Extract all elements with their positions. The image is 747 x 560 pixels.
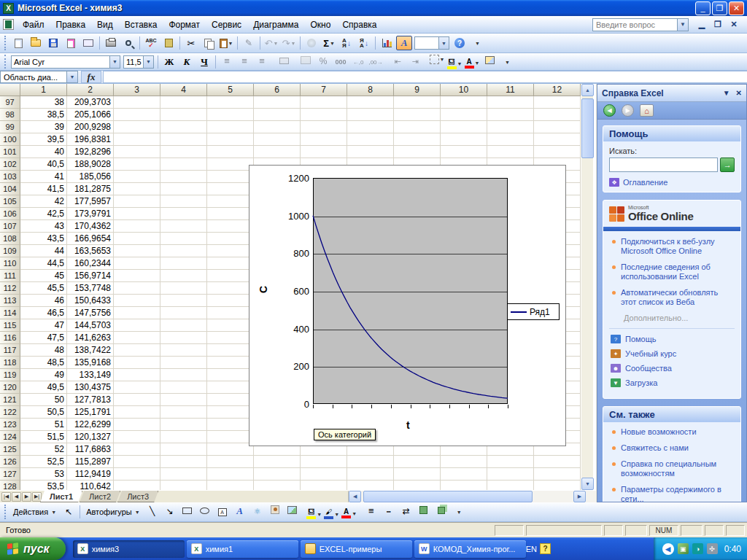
cell-r98c7[interactable] xyxy=(301,109,347,121)
cell-r98c4[interactable] xyxy=(160,109,207,121)
cell-r113c1[interactable]: 46 xyxy=(20,295,67,307)
back-button[interactable]: ◀ xyxy=(603,104,616,117)
row-header-121[interactable]: 121 xyxy=(0,394,20,406)
cell-r99c11[interactable] xyxy=(487,121,534,133)
research-icon[interactable] xyxy=(160,36,177,50)
cell-r119c1[interactable]: 49 xyxy=(20,369,67,381)
row-header-124[interactable]: 124 xyxy=(0,431,20,443)
cell-r128c12[interactable] xyxy=(534,481,581,490)
doc-restore-button[interactable]: ❐ xyxy=(712,20,724,29)
tray-icon-2[interactable]: ◑ xyxy=(692,543,703,554)
y-axis-tick-label[interactable]: 400 xyxy=(280,324,309,335)
cell-r121c5[interactable] xyxy=(207,394,254,406)
cell-r114c3[interactable] xyxy=(114,307,160,319)
cell-r106c1[interactable]: 42,5 xyxy=(20,208,67,220)
cell-r100c10[interactable] xyxy=(441,133,487,146)
font-name-combo[interactable]: Arial Cyr▼ xyxy=(11,55,120,69)
scroll-down-button[interactable]: ▼ xyxy=(581,478,594,490)
restore-button[interactable]: ❐ xyxy=(712,1,727,15)
cell-r128c3[interactable] xyxy=(114,481,160,490)
picture-icon[interactable] xyxy=(285,503,301,518)
draw-actions-button[interactable]: Действия▼ xyxy=(9,506,60,518)
cell-r99c1[interactable]: 39 xyxy=(20,121,67,133)
cell-r128c1[interactable]: 53,5 xyxy=(20,481,67,490)
line-icon[interactable]: ╲ xyxy=(144,504,160,518)
row-header-99[interactable]: 99 xyxy=(0,121,20,133)
cell-r126c11[interactable] xyxy=(487,456,534,468)
cell-r117c2[interactable]: 138,7422 xyxy=(67,344,114,357)
cell-r111c1[interactable]: 45 xyxy=(20,270,67,282)
cell-r97c12[interactable] xyxy=(534,96,581,109)
cell-r104c3[interactable] xyxy=(114,183,160,195)
row-header-115[interactable]: 115 xyxy=(0,319,20,332)
cell-r123c3[interactable] xyxy=(114,419,160,431)
cell-r102c3[interactable] xyxy=(114,158,160,171)
cell-r115c1[interactable]: 47 xyxy=(20,319,67,332)
taskbar-window-excel-примеры[interactable]: EXCEL-примеры xyxy=(301,540,412,558)
cell-r127c4[interactable] xyxy=(160,468,207,481)
save-icon[interactable] xyxy=(45,36,61,50)
cell-r106c3[interactable] xyxy=(114,208,160,220)
cell-r126c12[interactable] xyxy=(534,456,581,468)
question-box-dropdown-icon[interactable]: ▼ xyxy=(677,19,688,31)
cell-r123c2[interactable]: 122,6299 xyxy=(67,419,114,431)
cell-r113c2[interactable]: 150,6433 xyxy=(67,295,114,307)
cell-r122c2[interactable]: 125,1791 xyxy=(67,406,114,419)
oval-icon[interactable] xyxy=(197,504,213,518)
cell-r101c7[interactable] xyxy=(301,146,347,158)
cell-r102c4[interactable] xyxy=(160,158,207,171)
y-axis-tick-label[interactable]: 1200 xyxy=(280,173,309,184)
arrow-style-icon[interactable]: ⇄ xyxy=(398,504,414,518)
cell-r110c1[interactable]: 44,5 xyxy=(20,257,67,270)
cell-r127c8[interactable] xyxy=(347,468,394,481)
task-pane-menu-icon[interactable]: ▼ xyxy=(723,89,730,97)
cell-r97c10[interactable] xyxy=(441,96,487,109)
autosum-icon[interactable]: Σ▼ xyxy=(321,36,337,50)
cell-r120c4[interactable] xyxy=(160,381,207,394)
drawing-icon[interactable]: A xyxy=(396,36,412,50)
cell-r98c5[interactable] xyxy=(207,109,254,121)
taskbar-window-комод-химия-прог-[interactable]: WКОМОД_Химия-прог... xyxy=(414,540,526,558)
column-header-12[interactable]: 12 xyxy=(534,84,581,96)
cell-r99c7[interactable] xyxy=(301,121,347,133)
cell-r126c3[interactable] xyxy=(114,456,160,468)
cell-r120c5[interactable] xyxy=(207,381,254,394)
see-also-link[interactable]: Новые возможности xyxy=(612,427,732,437)
column-header-8[interactable]: 8 xyxy=(347,84,394,96)
cell-r99c12[interactable] xyxy=(534,121,581,133)
cell-r124c5[interactable] xyxy=(207,431,254,443)
cell-r116c5[interactable] xyxy=(207,332,254,344)
cell-r112c1[interactable]: 45,5 xyxy=(20,282,67,295)
row-header-119[interactable]: 119 xyxy=(0,369,20,381)
cell-r126c6[interactable] xyxy=(254,456,301,468)
cell-r103c4[interactable] xyxy=(160,171,207,183)
rectangle-icon[interactable] xyxy=(179,504,196,518)
cell-r101c6[interactable] xyxy=(254,146,301,158)
cell-r100c12[interactable] xyxy=(534,133,581,146)
cell-r126c9[interactable] xyxy=(394,456,441,468)
cell-r118c2[interactable]: 135,9168 xyxy=(67,357,114,369)
cell-r126c4[interactable] xyxy=(160,456,207,468)
menu-сервис[interactable]: Сервис xyxy=(206,18,247,32)
cell-r127c7[interactable] xyxy=(301,468,347,481)
menu-окно[interactable]: Окно xyxy=(305,18,337,32)
search-go-button[interactable]: → xyxy=(720,158,735,172)
copy-icon[interactable] xyxy=(201,36,217,50)
cell-r101c3[interactable] xyxy=(114,146,160,158)
cell-r101c1[interactable]: 40 xyxy=(20,146,67,158)
cell-r99c3[interactable] xyxy=(114,121,160,133)
scroll-up-button[interactable]: ▲ xyxy=(581,84,594,96)
see-also-link[interactable]: Справка по специальным возможностям xyxy=(612,459,732,478)
cell-r127c5[interactable] xyxy=(207,468,254,481)
search-input[interactable] xyxy=(609,158,718,172)
cell-r106c5[interactable] xyxy=(207,208,254,220)
cell-r108c2[interactable]: 166,9654 xyxy=(67,233,114,245)
see-also-link[interactable]: Параметры содержимого в сети... xyxy=(612,485,732,502)
cell-r122c3[interactable] xyxy=(114,406,160,419)
menu-вид[interactable]: Вид xyxy=(91,18,119,32)
taskbar-window-химия1[interactable]: Xхимия1 xyxy=(187,540,298,558)
cell-r102c1[interactable]: 40,5 xyxy=(20,158,67,171)
cell-r109c3[interactable] xyxy=(114,245,160,257)
autoshapes-button[interactable]: Автофигуры▼ xyxy=(82,506,144,518)
cell-r128c2[interactable]: 110,642 xyxy=(67,481,114,490)
